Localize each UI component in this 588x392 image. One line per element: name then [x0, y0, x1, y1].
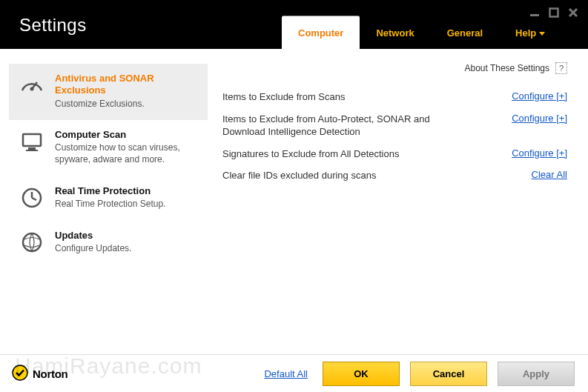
- content-area: Antivirus and SONAR Exclusions Customize…: [0, 49, 588, 354]
- sidebar-item-text: Computer Scan Customize how to scan viru…: [55, 129, 197, 165]
- tab-label: Computer: [298, 27, 343, 39]
- page-title: Settings: [0, 0, 282, 49]
- row-label: Items to Exclude from Auto-Protect, SONA…: [222, 113, 445, 139]
- sidebar-item-title: Updates: [55, 230, 131, 242]
- close-icon[interactable]: [566, 6, 581, 19]
- sidebar-item-title: Real Time Protection: [55, 185, 165, 197]
- sidebar-item-computer-scan[interactable]: Computer Scan Customize how to scan viru…: [9, 120, 208, 176]
- apply-button: Apply: [498, 362, 575, 386]
- about-label: About These Settings: [464, 63, 549, 73]
- svg-point-10: [23, 233, 41, 251]
- tab-label: General: [447, 27, 483, 39]
- svg-rect-0: [530, 14, 539, 16]
- setting-row: Items to Exclude from Auto-Protect, SONA…: [222, 108, 567, 143]
- sidebar: Antivirus and SONAR Exclusions Customize…: [0, 49, 208, 354]
- tab-general[interactable]: General: [431, 16, 499, 49]
- about-row: About These Settings ?: [464, 62, 567, 74]
- globe-refresh-icon: [19, 230, 44, 255]
- brand: Norton: [12, 365, 67, 383]
- main-panel: About These Settings ? Items to Exclude …: [208, 49, 588, 354]
- sidebar-item-sub: Customize how to scan viruses, spyware, …: [55, 142, 197, 165]
- row-label: Signatures to Exclude from All Detection…: [222, 147, 399, 161]
- sidebar-item-realtime[interactable]: Real Time Protection Real Time Protectio…: [9, 176, 208, 221]
- button-label: Cancel: [433, 368, 465, 379]
- tab-help[interactable]: Help: [499, 16, 561, 49]
- tab-label: Help: [515, 27, 536, 39]
- configure-link[interactable]: Configure [+]: [512, 90, 567, 102]
- maximize-icon[interactable]: [546, 6, 561, 19]
- settings-rows: Items to Exclude from Scans Configure [+…: [222, 86, 567, 187]
- button-label: OK: [354, 368, 369, 379]
- svg-point-11: [13, 365, 27, 380]
- chevron-down-icon: [539, 32, 545, 36]
- sidebar-item-sub: Real Time Protection Setup.: [55, 199, 165, 210]
- sidebar-item-text: Antivirus and SONAR Exclusions Customize…: [55, 73, 197, 110]
- sidebar-item-sub: Customize Exclusions.: [55, 99, 197, 110]
- sidebar-item-text: Updates Configure Updates.: [55, 230, 131, 255]
- setting-row: Items to Exclude from Scans Configure [+…: [222, 86, 567, 108]
- setting-row: Signatures to Exclude from All Detection…: [222, 143, 567, 165]
- tab-computer[interactable]: Computer: [282, 16, 360, 49]
- button-label: Apply: [523, 368, 549, 379]
- norton-check-icon: [12, 365, 28, 383]
- sidebar-item-updates[interactable]: Updates Configure Updates.: [9, 221, 208, 265]
- minimize-icon[interactable]: [527, 6, 542, 19]
- ok-button[interactable]: OK: [323, 362, 400, 386]
- svg-rect-6: [26, 150, 38, 151]
- tab-label: Network: [376, 27, 414, 39]
- row-label: Items to Exclude from Scans: [222, 90, 345, 104]
- sidebar-item-sub: Configure Updates.: [55, 243, 131, 255]
- footer: Norton Default All OK Cancel Apply: [0, 354, 588, 392]
- svg-line-9: [32, 198, 36, 200]
- configure-link[interactable]: Configure [+]: [512, 147, 567, 159]
- sidebar-item-title: Computer Scan: [55, 129, 197, 141]
- tab-network[interactable]: Network: [360, 16, 430, 49]
- gauge-icon: [19, 73, 44, 98]
- setting-row: Clear file IDs excluded during scans Cle…: [222, 165, 567, 187]
- clear-all-link[interactable]: Clear All: [532, 169, 567, 180]
- svg-rect-4: [23, 134, 41, 146]
- svg-rect-5: [28, 147, 36, 150]
- default-all-link[interactable]: Default All: [264, 368, 308, 379]
- sidebar-item-text: Real Time Protection Real Time Protectio…: [55, 185, 165, 210]
- row-label: Clear file IDs excluded during scans: [222, 169, 376, 182]
- titlebar: Settings Computer Network General Help: [0, 0, 588, 49]
- monitor-icon: [19, 129, 44, 154]
- brand-text: Norton: [33, 368, 67, 380]
- tab-strip: Computer Network General Help: [282, 0, 561, 49]
- help-icon[interactable]: ?: [555, 62, 567, 74]
- sidebar-item-title: Antivirus and SONAR Exclusions: [55, 73, 197, 97]
- sidebar-item-exclusions[interactable]: Antivirus and SONAR Exclusions Customize…: [9, 64, 208, 120]
- clock-icon: [19, 185, 44, 210]
- window-controls: [527, 6, 581, 19]
- cancel-button[interactable]: Cancel: [410, 362, 487, 386]
- svg-rect-1: [550, 9, 558, 17]
- configure-link[interactable]: Configure [+]: [512, 113, 567, 124]
